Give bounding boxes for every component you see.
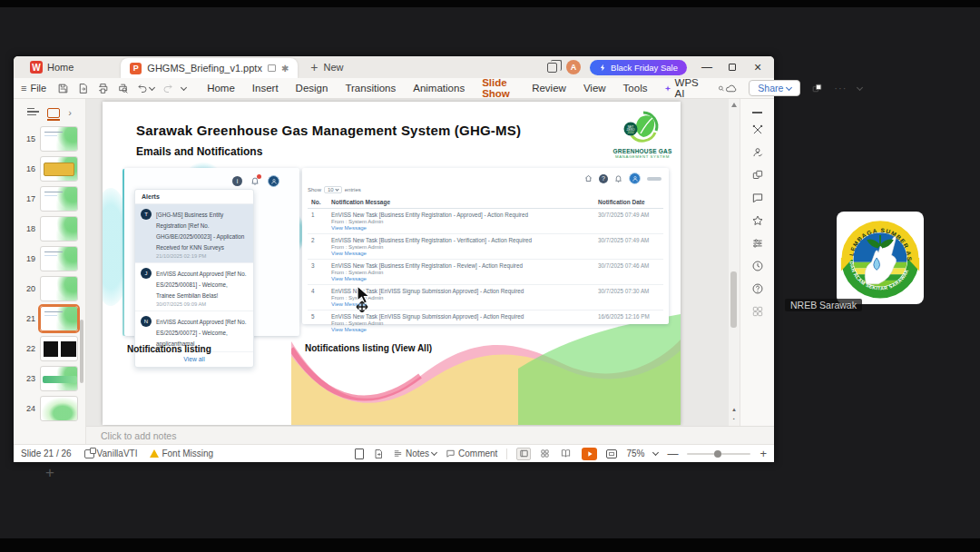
slide-number: 22 <box>23 344 35 353</box>
help-question-icon[interactable] <box>751 282 764 295</box>
window-switcher-icon[interactable] <box>547 63 557 73</box>
shapes-pane-icon[interactable] <box>751 169 764 182</box>
menu-insert[interactable]: Insert <box>251 80 279 96</box>
notes-toggle-button[interactable]: Notes <box>393 448 436 458</box>
zoom-caret-icon[interactable] <box>652 449 659 456</box>
cloud-sync-icon[interactable] <box>724 83 738 94</box>
menu-animations[interactable]: Animations <box>412 80 466 96</box>
thumbnail-slide-20[interactable]: 20 <box>14 273 85 303</box>
zoom-slider-knob[interactable] <box>714 450 721 458</box>
slideshow-play-button[interactable] <box>582 448 597 460</box>
wps-logo-icon: W <box>30 61 43 74</box>
normal-view-button[interactable] <box>516 448 531 460</box>
page-setup-icon[interactable] <box>355 448 364 459</box>
save-button[interactable] <box>57 83 69 94</box>
menu-slide-show[interactable]: Slide Show <box>481 74 515 102</box>
print-button[interactable] <box>97 83 109 94</box>
alert-date: 30/07/2025 09:09 AM <box>156 301 248 307</box>
zoom-slider[interactable] <box>687 453 750 455</box>
slide-subtitle[interactable]: Emails and Notifications <box>136 145 262 158</box>
ghgms-logo-line2: MANAGEMENT SYSTEM <box>611 154 674 159</box>
slide-title[interactable]: Sarawak Greenhouse Gas Management System… <box>136 123 521 138</box>
export-button[interactable] <box>77 83 89 94</box>
scroll-up-arrow[interactable] <box>731 103 737 107</box>
menu-transitions[interactable]: Transitions <box>344 80 397 96</box>
undo-caret-icon <box>149 84 155 90</box>
desk-check-icon[interactable] <box>373 448 384 459</box>
print-preview-button[interactable] <box>117 83 129 94</box>
panel-expand-chevron-icon[interactable]: › <box>68 107 72 118</box>
tab-wps-home[interactable]: W Home <box>19 56 84 78</box>
menu-wps-ai[interactable]: WPS AI <box>663 74 701 102</box>
thumbnail-slide-24[interactable]: 24 <box>14 393 85 423</box>
thumbnail-slide-18[interactable]: 18 <box>14 213 85 243</box>
row-from: From : System Admin <box>331 320 593 326</box>
new-tab-button[interactable]: + New <box>310 60 343 74</box>
menu-review[interactable]: Review <box>531 80 567 96</box>
slide-sorter-view-button[interactable] <box>537 448 552 460</box>
account-avatar[interactable]: A <box>566 60 581 74</box>
font-missing-warning[interactable]: Font Missing <box>150 448 213 458</box>
sidebar-toggle-icon[interactable] <box>811 83 823 94</box>
close-button[interactable]: × <box>747 58 769 76</box>
thumbnail-scrollbar[interactable] <box>80 320 83 383</box>
thumbnail-slide-23[interactable]: 23 <box>14 363 85 393</box>
notes-bar[interactable]: Click to add notes <box>86 426 774 444</box>
thumbnail-slide-16[interactable]: 16 <box>14 153 85 183</box>
alerts-title: Alerts <box>135 190 253 204</box>
slide-view-icon[interactable] <box>47 108 60 118</box>
canvas-scrollbar[interactable]: ▴ ▪ ▾ <box>729 99 740 444</box>
comment-button[interactable]: Comment <box>446 448 497 458</box>
menu-view[interactable]: View <box>583 80 607 96</box>
file-menu-button[interactable]: ≡ File <box>21 83 46 94</box>
slide-jump-button[interactable]: ▪ <box>733 416 735 421</box>
add-slide-button[interactable]: + <box>14 464 86 482</box>
more-options-button[interactable]: ··· <box>834 83 847 94</box>
thumbnail-slide-15[interactable]: 15 <box>14 123 85 153</box>
collapse-pane-icon[interactable] <box>752 112 762 113</box>
wps-presentation-window: W Home P GHGMS_Briefing_v1.pptx ✱ + New … <box>14 56 774 462</box>
apps-grid-icon[interactable] <box>751 305 764 318</box>
menu-design[interactable]: Design <box>295 80 329 96</box>
tab-preview-icon[interactable] <box>268 64 276 72</box>
share-button[interactable]: Share <box>749 80 800 96</box>
undo-button[interactable] <box>137 83 154 94</box>
previous-slide-button[interactable]: ▴ <box>732 406 736 413</box>
alert-avatar: J <box>141 268 152 279</box>
thumbnail-slide-22[interactable]: 22 <box>14 333 85 363</box>
table-row: 5 EnVISS New Task [EnVISS Signup Submiss… <box>308 310 663 335</box>
design-tools-icon[interactable] <box>751 123 764 136</box>
zoom-level[interactable]: 75% <box>626 448 644 458</box>
svg-text:2050: 2050 <box>627 131 633 134</box>
scrollbar-thumb[interactable] <box>730 271 737 328</box>
thumbnail-preview <box>40 336 78 361</box>
thumbnail-slide-19[interactable]: 19 <box>14 243 85 273</box>
notes-icon <box>393 448 403 458</box>
zoom-in-button[interactable]: + <box>760 447 767 460</box>
theme-button[interactable]: VanillaVTI <box>84 448 138 458</box>
toolbar-more-caret-icon[interactable] <box>181 84 187 90</box>
thumbnail-slide-17[interactable]: 17 <box>14 183 85 213</box>
favorites-star-icon[interactable] <box>751 214 764 227</box>
search-icon[interactable] <box>718 83 725 94</box>
info-icon: i <box>232 176 242 186</box>
maximize-button[interactable] <box>721 58 743 76</box>
menu-home[interactable]: Home <box>206 80 236 96</box>
menu-tools[interactable]: Tools <box>622 80 649 96</box>
redo-button[interactable] <box>162 83 173 94</box>
minimize-button[interactable]: — <box>696 58 718 76</box>
thumbnail-slide-21-selected[interactable]: 21 <box>14 303 85 333</box>
participant-tile[interactable]: LEMBAGA SUMBER ASLI DAN ALAM SEKITAR SAR… <box>780 205 980 314</box>
comment-pane-icon[interactable] <box>751 192 764 204</box>
fit-slide-icon[interactable] <box>606 449 617 458</box>
black-friday-sale-button[interactable]: Black Friday Sale <box>590 60 687 75</box>
collapse-ribbon-icon[interactable] <box>857 84 863 90</box>
outline-view-icon[interactable] <box>27 108 39 118</box>
zoom-out-button[interactable]: — <box>667 448 678 460</box>
slide-21-canvas[interactable]: Sarawak Greenhouse Gas Management System… <box>103 102 681 425</box>
reading-view-button[interactable] <box>558 448 573 460</box>
history-clock-icon[interactable] <box>751 260 764 272</box>
participant-name-label: NREB Sarawak <box>785 299 862 311</box>
task-assistant-icon[interactable] <box>751 146 764 159</box>
settings-sliders-icon[interactable] <box>751 237 764 250</box>
